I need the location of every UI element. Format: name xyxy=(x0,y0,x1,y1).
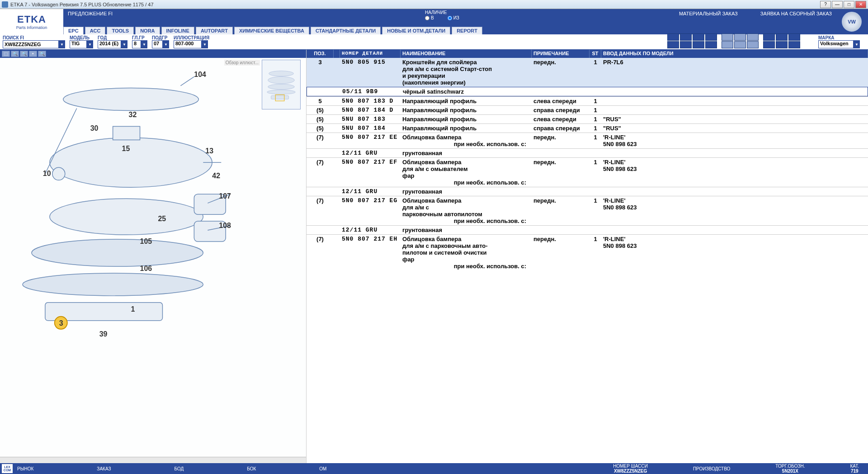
search-dropdown-icon[interactable]: ▼ xyxy=(59,40,65,48)
tool-icon[interactable] xyxy=(680,33,692,41)
tool-icon[interactable] xyxy=(667,41,679,48)
zoom-in-icon[interactable]: 🔍 xyxy=(11,51,19,57)
offer-link[interactable]: ПРЕДЛОЖЕНИЕ FI xyxy=(68,11,113,16)
horizontal-scrollbar[interactable] xyxy=(0,457,306,463)
tool-icon[interactable] xyxy=(763,41,775,48)
table-row[interactable]: (7)5N0 807 217 EHОблицовка бамперадля а/… xyxy=(307,234,868,270)
status-bar: LEXCOM РЫНОК ЗАКАЗ БОД БОК ОМ НОМЕР ШАСС… xyxy=(0,463,868,474)
pin-icon[interactable] xyxy=(763,33,775,41)
illustration-select[interactable]: 807-000 xyxy=(174,40,202,48)
thumb-label: Обзор иллюст... xyxy=(224,60,260,66)
part-diagram[interactable]: 104 3230 1513 1042 10725 108105 1061 39 … xyxy=(0,58,306,457)
tool-icon[interactable] xyxy=(705,33,717,41)
table-row[interactable]: 12/11 GRUгрунтованная xyxy=(307,187,868,196)
brand-select[interactable]: Volkswagen xyxy=(818,40,854,48)
svg-text:13: 13 xyxy=(205,147,213,155)
radio-v[interactable]: В xyxy=(425,15,434,20)
material-order-link[interactable]: МАТЕРИАЛЬНЫЙ ЗАКАЗ xyxy=(679,11,738,16)
subgr-select[interactable]: 07 xyxy=(152,40,163,48)
status-market[interactable]: РЫНОК xyxy=(17,466,33,471)
tool-icon[interactable] xyxy=(788,41,800,48)
search-input[interactable] xyxy=(3,40,59,48)
tab-autopart[interactable]: AUTOPART xyxy=(196,27,233,34)
dropdown-icon[interactable]: ▼ xyxy=(163,40,169,48)
svg-point-34 xyxy=(267,90,296,95)
tool-icon[interactable] xyxy=(734,41,746,48)
zoom-tool-icon[interactable]: ⬚ xyxy=(2,51,10,57)
table-row[interactable]: (5)5NU 807 183Направляющий профильслева … xyxy=(307,114,868,123)
table-row[interactable]: 55N0 807 183 DНаправляющий профильслева … xyxy=(307,96,868,105)
table-row[interactable]: (5)5N0 807 184 DНаправляющий профильспра… xyxy=(307,105,868,114)
tool-icon[interactable] xyxy=(680,41,692,48)
dropdown-icon[interactable]: ▼ xyxy=(87,40,93,48)
tool-icon[interactable] xyxy=(667,33,679,41)
tab-tools[interactable]: TOOLS xyxy=(107,27,134,34)
svg-point-1 xyxy=(50,137,212,187)
table-row[interactable]: 12/11 GRUгрунтованная xyxy=(307,225,868,234)
svg-rect-9 xyxy=(113,126,140,140)
tab-epc[interactable]: EPC xyxy=(63,27,84,34)
prev-icon[interactable] xyxy=(776,33,788,41)
diagram-thumbnail[interactable] xyxy=(262,60,301,109)
table-header: ПОЗ. НОМЕР ДЕТАЛИ НАИМЕНОВАНИЕ ПРИМЕЧАНИ… xyxy=(307,50,868,58)
tab-acc[interactable]: ACC xyxy=(85,27,106,34)
table-row[interactable]: (7)5N0 807 217 EEОблицовка бамперапри не… xyxy=(307,133,868,148)
year-select[interactable]: 2014 (E) xyxy=(98,40,121,48)
status-bok[interactable]: БОК xyxy=(247,466,256,471)
table-row[interactable]: (7)5N0 807 217 EGОблицовка бамперадля а/… xyxy=(307,196,868,225)
close-button[interactable]: ✕ xyxy=(855,1,866,8)
table-row[interactable]: 12/11 GRUгрунтованная xyxy=(307,148,868,157)
tab-nora[interactable]: NORA xyxy=(135,27,160,34)
table-row[interactable]: 35N0 805 915Кронштейн для спойлерадля а/… xyxy=(307,58,868,87)
diagram-panel: ⬚ 🔍 🔍 ⚬ 🔍 xyxy=(0,50,307,463)
svg-point-33 xyxy=(268,84,295,90)
zoom-out-icon[interactable]: 🔍 xyxy=(20,51,28,57)
svg-point-4 xyxy=(23,273,203,296)
svg-point-31 xyxy=(269,71,294,76)
header-links: МАТЕРИАЛЬНЫЙ ЗАКАЗ ЗАЯВКА НА СБОРНЫЙ ЗАК… xyxy=(679,11,832,16)
dropdown-icon[interactable]: ▼ xyxy=(854,40,860,48)
tool-icon[interactable] xyxy=(693,41,704,48)
model-select[interactable]: TIG xyxy=(70,40,87,48)
tab-стандартные детали[interactable]: СТАНДАРТНЫЕ ДЕТАЛИ xyxy=(311,27,381,34)
svg-text:42: 42 xyxy=(212,172,220,180)
tab-химические вещества[interactable]: ХИМИЧЕСКИЕ ВЕЩЕСТВА xyxy=(234,27,309,34)
tab-report[interactable]: REPORT xyxy=(452,27,482,34)
svg-text:39: 39 xyxy=(99,330,108,338)
lexcom-icon: LEXCOM xyxy=(2,464,13,473)
status-bod[interactable]: БОД xyxy=(175,466,184,471)
svg-point-0 xyxy=(63,88,199,111)
tool-icon[interactable] xyxy=(693,33,704,41)
table-body[interactable]: 35N0 805 915Кронштейн для спойлерадля а/… xyxy=(307,58,868,463)
dropdown-icon[interactable]: ▼ xyxy=(202,40,208,48)
table-row[interactable]: (5)5NU 807 184Направляющий профильсправа… xyxy=(307,123,868,133)
tool-icon[interactable] xyxy=(747,33,759,41)
tab-новые и отм.детали[interactable]: НОВЫЕ И ОТМ.ДЕТАЛИ xyxy=(382,27,450,34)
status-order[interactable]: ЗАКАЗ xyxy=(97,466,111,471)
tab-infoline[interactable]: INFOLINE xyxy=(161,27,194,34)
tool-icon[interactable] xyxy=(747,41,759,48)
zoom-link-icon[interactable]: ⚬ xyxy=(29,51,37,57)
glgr-select[interactable]: 8 xyxy=(132,40,141,48)
svg-rect-35 xyxy=(271,95,289,99)
dropdown-icon[interactable]: ▼ xyxy=(141,40,147,48)
svg-text:10: 10 xyxy=(43,170,51,177)
tool-icon[interactable] xyxy=(776,41,788,48)
maximize-button[interactable]: □ xyxy=(844,1,854,8)
next-icon[interactable] xyxy=(788,33,800,41)
zoom-fit-icon[interactable]: 🔍 xyxy=(38,51,46,57)
main-tabs: EPCACCTOOLSNORAINFOLINEAUTOPARTХИМИЧЕСКИ… xyxy=(63,27,482,34)
depot-icon[interactable] xyxy=(734,33,746,41)
elsa-icon[interactable] xyxy=(722,33,733,41)
dropdown-icon[interactable]: ▼ xyxy=(121,40,127,48)
help-button[interactable]: ? xyxy=(820,1,831,8)
table-row[interactable]: 05/11 9B9чёрный satinschwarz xyxy=(307,87,868,96)
radio-iz[interactable]: ИЗ xyxy=(448,15,459,20)
status-cat: КАТ.719 xyxy=(850,464,859,474)
tool-icon[interactable] xyxy=(722,41,733,48)
tool-icon[interactable] xyxy=(705,41,717,48)
table-row[interactable]: (7)5N0 807 217 EFОблицовка бамперадля а/… xyxy=(307,157,868,187)
status-om[interactable]: ОМ xyxy=(319,466,326,471)
assembly-order-link[interactable]: ЗАЯВКА НА СБОРНЫЙ ЗАКАЗ xyxy=(760,11,832,16)
minimize-button[interactable]: — xyxy=(832,1,843,8)
